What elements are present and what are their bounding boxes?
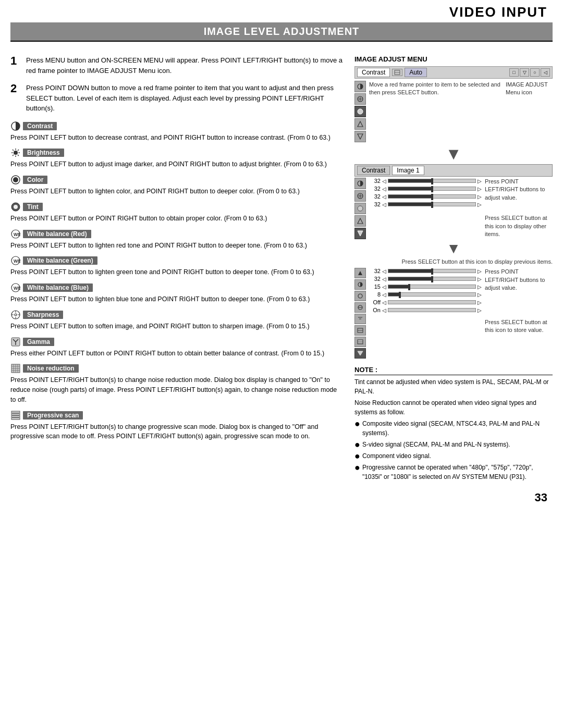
adj-row2-0: 32 ◁ ▷	[369, 268, 482, 274]
svg-point-21	[15, 314, 17, 316]
feature-color-label: Color	[10, 175, 344, 185]
menu-icon-btn-2[interactable]: ▽	[520, 68, 529, 77]
svg-line-7	[18, 155, 19, 156]
sharpness-desc: Press POINT LEFT button to soften image,…	[10, 322, 344, 331]
gamma-name: Gamma	[23, 338, 54, 346]
brightness-icon	[10, 147, 21, 158]
side-btn-3[interactable]	[354, 106, 366, 117]
sb3-5[interactable]	[354, 314, 366, 324]
svg-point-55	[358, 294, 362, 298]
menu-top-bar-1: Contrast Auto □ ▽ ○ ◁	[354, 66, 553, 79]
side-btn-adj-4[interactable]	[354, 215, 366, 227]
bullet-text-1: S-video signal (SECAM, PAL-M and PAL-N s…	[362, 440, 510, 449]
noise-reduction-name: Noise reduction	[23, 364, 79, 373]
sb3-4[interactable]	[354, 302, 366, 313]
callout-6: Press POINT LEFT/RIGHT buttons to adjust…	[485, 268, 553, 292]
sb3-3[interactable]	[354, 291, 366, 301]
sb3-1[interactable]	[354, 268, 366, 278]
side-buttons-2	[354, 178, 366, 239]
adj2-val-1: 32	[369, 276, 381, 282]
adj-arrow-3: ◁	[382, 202, 386, 207]
feature-color: Color Press POINT LEFT button to lighten…	[10, 175, 344, 196]
page-title: VIDEO INPUT	[0, 4, 547, 20]
gamma-icon	[10, 337, 21, 347]
noise-reduction-desc: Press POINT LEFT/RIGHT button(s) to chan…	[10, 375, 344, 404]
side-btn-adj-3[interactable]	[354, 203, 366, 214]
feature-progressive-label: Progressive scan	[10, 410, 344, 421]
adjust-row-3: 32 ◁ ▷	[369, 201, 482, 207]
svg-marker-46	[358, 134, 363, 139]
bullet-dot-1: ●	[354, 440, 360, 449]
menu-tab-auto: Auto	[405, 68, 427, 77]
feature-wb-green-label: WB White balance (Green)	[10, 255, 344, 266]
bullet-dot-2: ●	[354, 451, 360, 461]
third-adjust-section: 32 ◁ ▷ 32 ◁	[354, 268, 553, 359]
side-buttons-3	[354, 268, 366, 359]
feature-wb-red-label: WB White balance (Red)	[10, 229, 344, 239]
svg-line-9	[13, 155, 14, 156]
sb3-6[interactable]	[354, 325, 366, 336]
svg-marker-63	[358, 351, 363, 355]
menu-icon-btn-1[interactable]: □	[509, 68, 519, 77]
side-btn-4[interactable]	[354, 118, 366, 130]
side-btn-1[interactable]	[354, 81, 366, 92]
callout-7: Press SELECT button at this icon to stor…	[485, 318, 553, 335]
adj-arrow-r-0: ▷	[478, 178, 482, 184]
side-btn-adj-2[interactable]	[354, 190, 366, 202]
side-btn-2[interactable]	[354, 93, 366, 105]
side-btn-5[interactable]	[354, 131, 366, 142]
wb-blue-name: White balance (Blue)	[23, 283, 93, 292]
brightness-name: Brightness	[23, 149, 64, 157]
sb3-8[interactable]	[354, 348, 366, 359]
adj-val-0: 32	[369, 178, 381, 184]
menu-icon-1	[392, 69, 402, 76]
sb3-2[interactable]	[354, 279, 366, 290]
step-2-text: Press POINT DOWN button to move a red fr…	[26, 83, 344, 114]
brightness-desc: Press POINT LEFT button to adjust image …	[10, 159, 344, 169]
adjust-row-0: 32 ◁ ▷	[369, 178, 482, 184]
callout-area-1: Move a red frame pointer to item to be s…	[369, 81, 503, 142]
wb-green-desc: Press POINT LEFT button to lighten green…	[10, 267, 344, 277]
svg-marker-45	[358, 121, 363, 127]
feature-brightness: Brightness Press POINT LEFT button to ad…	[10, 147, 344, 169]
wb-blue-desc: Press POINT LEFT button to lighten blue …	[10, 294, 344, 304]
svg-line-6	[13, 150, 14, 151]
adj-bar-3	[388, 202, 476, 206]
note-line-0: Tint cannot be adjusted when video syste…	[354, 377, 553, 396]
adj2-val-3: 8	[369, 291, 381, 298]
step-1-number: 1	[10, 55, 21, 76]
bullet-dot-3: ●	[354, 463, 360, 472]
side-buttons-1	[354, 81, 366, 142]
side-btn-adj-5[interactable]	[354, 228, 366, 239]
side-btn-adj-1[interactable]	[354, 178, 366, 189]
adj-bar-0	[388, 179, 476, 183]
menu-icon-btn-3[interactable]: ○	[530, 68, 540, 77]
adj-val-3: 32	[369, 201, 381, 207]
adj-handle-2	[431, 194, 433, 200]
adj-row2-4: Off ◁ ▷	[369, 299, 482, 305]
adjust-rows-area-2: 32 ◁ ▷ 32 ◁	[369, 268, 482, 359]
callout-5-area: Press SELECT button at this icon to disp…	[354, 258, 553, 266]
sb3-7[interactable]	[354, 337, 366, 347]
adj-arrow-r-1: ▷	[478, 186, 482, 192]
adj-arrow-2: ◁	[382, 194, 386, 200]
adj-handle-3	[431, 202, 433, 208]
adjust-rows-area: 32 ◁ ▷ 32 ◁	[369, 178, 482, 239]
progressive-scan-name: Progressive scan	[23, 411, 83, 419]
svg-text:WB: WB	[14, 258, 20, 264]
progressive-scan-desc: Press POINT LEFT/RIGHT button(s) to chan…	[10, 422, 344, 442]
feature-tint: Tint Press POINT LEFT button or POINT RI…	[10, 202, 344, 224]
menu-icon-btn-4[interactable]: ◁	[541, 68, 550, 77]
callout-right-col-2: Press POINT LEFT/RIGHT buttons to adjust…	[485, 268, 553, 359]
adj-bar-2	[388, 194, 476, 199]
feature-brightness-label: Brightness	[10, 147, 344, 158]
adj-arrow-r-2: ▷	[478, 194, 482, 200]
feature-tint-label: Tint	[10, 202, 344, 212]
page-number: 33	[0, 487, 563, 509]
arrow-down-2: ▼	[354, 241, 553, 256]
section-title: IMAGE LEVEL ADJUSTMENT	[10, 26, 553, 38]
adj2-val-0: 32	[369, 268, 381, 274]
note-line-1: Noise Reduction cannot be operated when …	[354, 398, 553, 417]
contrast-name: Contrast	[23, 122, 57, 130]
color-desc: Press POINT LEFT button to lighten color…	[10, 187, 344, 196]
